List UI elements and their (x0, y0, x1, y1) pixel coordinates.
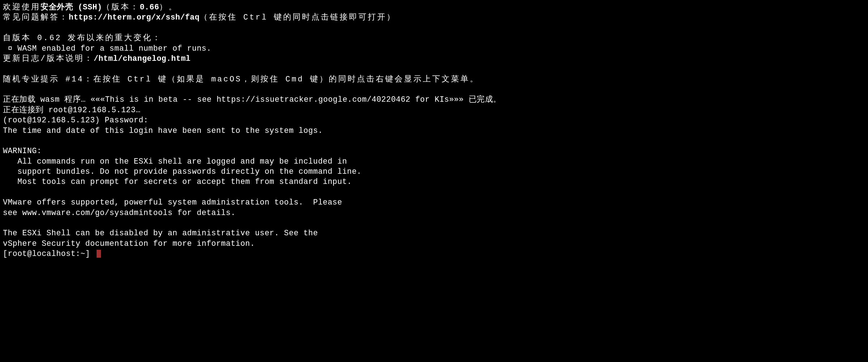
vmware-l1: VMware offers supported, powerful system… (3, 197, 865, 207)
changelog-path[interactable]: /html/changelog.html (94, 54, 191, 63)
changelog-line: 更新日志/版本说明：/html/changelog.html (3, 54, 865, 64)
blank (3, 136, 865, 146)
vmware-l2: see www.vmware.com/go/sysadmintools for … (3, 208, 865, 218)
blank (3, 64, 865, 74)
loading-wasm-line: 正在加载 wasm 程序… «««This is in beta -- see … (3, 94, 865, 105)
shell-prompt: [root@localhost:~] (3, 249, 95, 259)
warning-l2: support bundles. Do not provide password… (3, 167, 865, 177)
shell-note-l1: The ESXi Shell can be disabled by an adm… (3, 228, 865, 238)
faq-url[interactable]: https://hterm.org/x/ssh/faq (69, 13, 200, 22)
since-line: 自版本 0.62 发布以来的重大变化： (3, 33, 865, 43)
app-name: 安全外壳 (SSH) (41, 3, 102, 12)
blank (3, 187, 865, 197)
blank (3, 218, 865, 228)
pro-tip-line: 随机专业提示 #14：在按住 Ctrl 键（如果是 macOS，则按住 Cmd … (3, 74, 865, 84)
terminal-output[interactable]: 欢迎使用安全外壳 (SSH)（版本：0.66）。 常见问题解答：https://… (3, 2, 865, 259)
blank (3, 23, 865, 33)
welcome-line: 欢迎使用安全外壳 (SSH)（版本：0.66）。 (3, 2, 865, 12)
warning-l1: All commands run on the ESXi shell are l… (3, 156, 865, 167)
blank (3, 84, 865, 94)
password-prompt-line[interactable]: (root@192.168.5.123) Password: (3, 115, 865, 125)
cursor-icon (97, 250, 101, 258)
wasm-bullet: ¤ WASM enabled for a small number of run… (3, 43, 865, 54)
warning-l3: Most tools can prompt for secrets or acc… (3, 177, 865, 187)
login-logged-line: The time and date of this login have bee… (3, 126, 865, 136)
faq-line: 常见问题解答：https://hterm.org/x/ssh/faq（在按住 C… (3, 12, 865, 22)
shell-prompt-line[interactable]: [root@localhost:~] (3, 249, 865, 259)
shell-note-l2: vSphere Security documentation for more … (3, 239, 865, 249)
warning-header: WARNING: (3, 146, 865, 156)
connecting-line: 正在连接到 root@192.168.5.123… (3, 105, 865, 115)
